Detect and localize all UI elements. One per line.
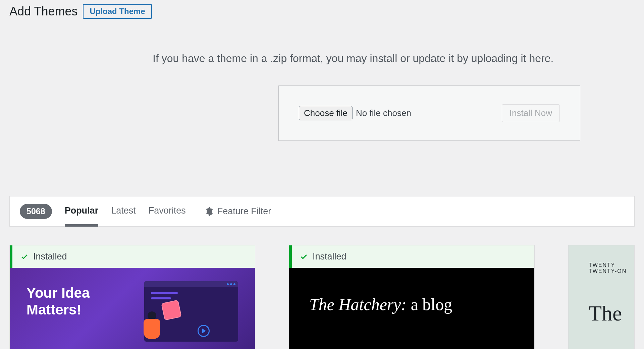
check-icon (20, 253, 29, 261)
theme-preview-title: Your Idea Matters! (26, 285, 127, 349)
theme-preview-label: TWENTY TWENTY-ON (589, 262, 628, 274)
theme-count-badge: 5068 (20, 204, 52, 219)
install-now-button[interactable]: Install Now (502, 104, 560, 122)
themes-grid: Installed Your Idea Matters! (0, 227, 644, 349)
feature-filter-button[interactable]: Feature Filter (205, 206, 271, 217)
theme-preview-title: The Hatchery: a blog (309, 295, 514, 314)
upload-box: Choose file No file chosen Install Now (278, 85, 580, 141)
upload-instructions: If you have a theme in a .zip format, yo… (10, 52, 634, 65)
check-icon (300, 253, 308, 261)
tab-popular[interactable]: Popular (65, 206, 99, 217)
feature-filter-label: Feature Filter (217, 206, 271, 217)
theme-card-astra[interactable]: Installed Your Idea Matters! (9, 245, 255, 349)
theme-preview-title: The (589, 301, 628, 326)
theme-card-twentytwentyone[interactable]: TWENTY TWENTY-ON The (568, 245, 635, 349)
installed-label: Installed (313, 251, 346, 262)
installed-badge: Installed (289, 245, 534, 268)
theme-preview: The Hatchery: a blog (289, 268, 534, 349)
file-status-text: No file chosen (356, 108, 411, 118)
theme-preview: TWENTY TWENTY-ON The (569, 245, 634, 326)
page-title: Add Themes (9, 4, 77, 18)
theme-card-hatchery[interactable]: Installed The Hatchery: a blog (289, 245, 535, 349)
upload-section: If you have a theme in a .zip format, yo… (0, 52, 644, 141)
installed-badge: Installed (10, 245, 255, 268)
filter-bar: 5068 Popular Latest Favorites Feature Fi… (9, 196, 635, 227)
tab-latest[interactable]: Latest (111, 206, 136, 217)
gear-icon (205, 207, 213, 216)
theme-preview-graphic (131, 285, 238, 349)
upload-theme-button[interactable]: Upload Theme (83, 4, 152, 19)
choose-file-button[interactable]: Choose file (299, 106, 353, 120)
tab-favorites[interactable]: Favorites (149, 206, 186, 217)
theme-preview: Your Idea Matters! (10, 268, 255, 349)
installed-label: Installed (33, 251, 67, 262)
